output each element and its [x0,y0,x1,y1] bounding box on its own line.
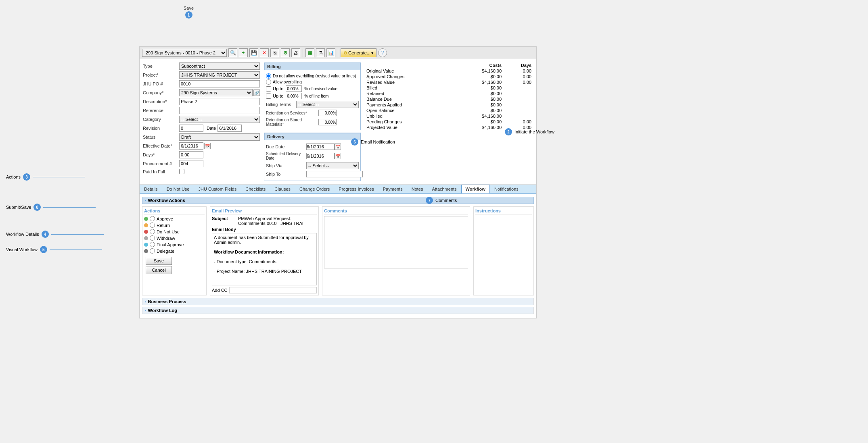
workflow-log-label: Workflow Log [148,308,178,313]
scheduled-label: Scheduled Delivery Date [266,152,306,160]
procurement-input[interactable] [179,160,203,167]
scheduled-cal-btn[interactable]: 📅 [335,153,341,159]
save-btn[interactable]: 💾 [249,48,258,57]
tab-notifications[interactable]: Notifications [490,185,523,193]
delete-btn[interactable]: ✕ [260,48,269,57]
days-value [503,96,533,102]
days-value: 0.00 [503,119,533,125]
action-radio-delegate[interactable] [150,248,155,254]
document-selector[interactable]: 290 Sign Systems - 0010 - Phase 2 [142,49,227,57]
action-radio-return[interactable] [150,223,155,228]
due-date-input[interactable] [306,144,335,150]
export-btn[interactable]: 📊 [326,48,335,57]
tab-change-orders[interactable]: Change Orders [295,185,334,193]
add-btn[interactable]: + [239,48,248,57]
action-item-final-approve[interactable]: Final Approve [144,242,205,247]
workflow-log-header[interactable]: ▪ Workflow Log [142,307,533,314]
tab-do-not-use[interactable]: Do Not Use [162,185,194,193]
status-select[interactable]: Draft [179,133,260,141]
generate-btn[interactable]: ⚙ Generate... ▾ [341,48,376,57]
save-bubble-top[interactable]: 1 [185,11,192,19]
tab-checklists[interactable]: Checklists [241,185,270,193]
up-to-1-input[interactable] [286,85,302,92]
action-radio-do not use[interactable] [150,229,155,234]
tab-details[interactable]: Details [140,185,162,193]
tab-clauses[interactable]: Clauses [270,185,295,193]
effective-date-input[interactable] [179,142,203,150]
action-dot [144,230,148,234]
workflow-save-btn[interactable]: Save [146,257,172,265]
days-input[interactable] [179,151,203,158]
action-item-return[interactable]: Return [144,223,205,228]
paid-in-full-checkbox[interactable] [179,169,184,174]
allow-overbilling-radio[interactable] [266,79,271,85]
scheduled-input[interactable] [306,153,335,159]
add-cc-input[interactable] [229,287,317,293]
tab-notes[interactable]: Notes [407,185,428,193]
no-overbilling-radio[interactable] [266,73,271,79]
category-select[interactable]: -- Select -- [179,116,260,123]
ship-to-input[interactable] [306,171,363,177]
retention-stored-input[interactable] [318,119,337,125]
email-preview-header: Email Preview [212,208,317,214]
workflow-details-bubble[interactable]: 4 [42,231,49,238]
action-item-delegate[interactable]: Delegate [144,248,205,254]
tab-workflow[interactable]: Workflow [461,185,490,193]
action-item-approve[interactable]: Approve [144,216,205,221]
tab-progress-invoices[interactable]: Progress Invoices [334,185,378,193]
workflow-cancel-btn[interactable]: Cancel [146,266,172,274]
search-btn[interactable]: 🔍 [228,48,237,57]
email-body-label: Email Body [212,227,238,232]
comments-textarea[interactable] [324,216,468,268]
actions-bubble[interactable]: 3 [23,173,30,181]
up-to-2-input[interactable] [286,93,302,99]
type-select[interactable]: Subcontract [179,62,260,70]
initiate-workflow-bubble[interactable]: 2 [505,128,512,135]
retention-services-input[interactable] [318,110,337,116]
help-btn[interactable]: ? [378,48,387,57]
copy-btn[interactable]: ⎘ [270,48,279,57]
project-select[interactable]: JHHS TRAINING PROJECT [179,71,260,79]
visual-workflow-bubble[interactable]: 5 [40,246,47,253]
comments-bubble[interactable]: 7 [426,197,433,204]
action-radio-withdraw[interactable] [150,235,155,241]
grid-btn[interactable]: ▦ [305,48,314,57]
billing-terms-label: Billing Terms [266,102,296,107]
reference-input[interactable] [179,107,260,114]
submit-save-bubble[interactable]: 8 [33,204,41,211]
table-row: Revised Value $4,160.00 0.00 [365,79,533,85]
tab-payments[interactable]: Payments [379,185,407,193]
action-radio-approve[interactable] [150,216,155,221]
due-date-cal-btn[interactable]: 📅 [335,144,341,150]
ship-via-select[interactable]: -- Select -- [306,162,359,169]
tab-jhu-custom-fields[interactable]: JHU Custom Fields [194,185,241,193]
description-input[interactable] [179,98,260,105]
filter-btn[interactable]: ⚗ [316,48,325,57]
cost-value: $0.00 [454,108,503,113]
action-item-withdraw[interactable]: Withdraw [144,235,205,241]
billing-terms-select[interactable]: -- Select -- [296,101,359,108]
business-process-header[interactable]: ▪ Business Process [142,298,533,305]
company-select[interactable]: 290 Sign Systems [179,89,253,96]
action-item-do-not-use[interactable]: Do Not Use [144,229,205,234]
tab-attachments[interactable]: Attachments [427,185,461,193]
retention-stored-label: Retention on Stored Materials* [266,118,318,127]
tools-btn[interactable]: ⚙ [281,48,290,57]
email-notification-bubble[interactable]: 6 [351,138,358,146]
cost-label: Approved Changes [365,74,454,79]
subject-label: Subject [212,216,238,221]
jhu-po-input[interactable] [179,80,260,87]
date-input[interactable] [218,125,242,132]
up-to-1-checkbox[interactable] [266,86,271,92]
cost-label: Open Balance [365,108,454,113]
action-radio-final approve[interactable] [150,242,155,247]
revision-input[interactable] [179,125,203,132]
workflow-collapse-icon[interactable]: ▪ [145,198,146,203]
up-to-2-checkbox[interactable] [266,94,271,99]
table-row: Unbilled $4,160.00 [365,113,533,119]
cal-btn[interactable]: 📅 [204,143,211,149]
days-value [503,113,533,119]
print-btn[interactable]: 🖨 [291,48,300,57]
company-link-btn[interactable]: 🔗 [253,89,260,96]
cost-value: $0.00 [454,91,503,96]
